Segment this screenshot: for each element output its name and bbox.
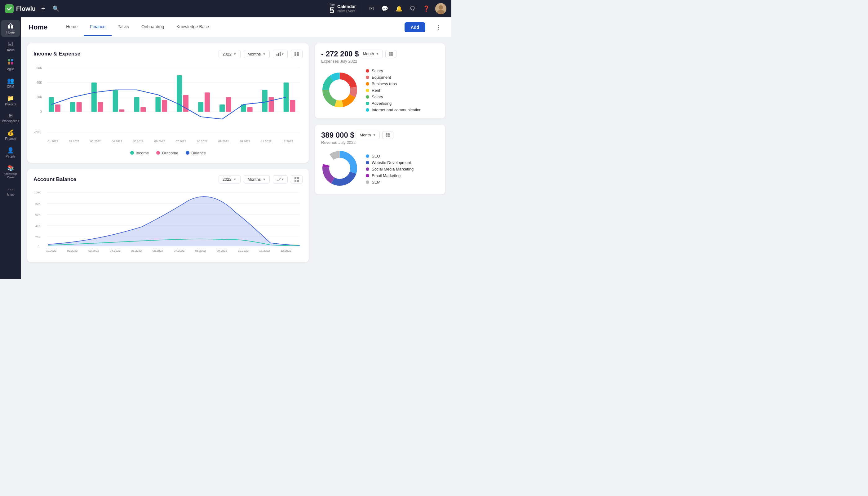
svg-text:01.2022: 01.2022 [46,249,57,252]
sidebar-item-more[interactable]: ⋯ More [1,183,20,199]
sidebar-item-finance[interactable]: 💰 Finance [1,127,20,143]
svg-text:03.2022: 03.2022 [88,249,99,252]
knowledge-icon: 📚 [7,165,14,171]
revenue-period-dropdown[interactable]: Month ▼ [356,131,380,139]
expenses-grid-button[interactable] [385,50,397,58]
revenue-grid-button[interactable] [382,131,393,139]
calendar-subtitle: New Event [337,9,356,13]
grid-button[interactable] [291,50,303,58]
chat-button[interactable]: 💬 [379,3,390,14]
sidebar-item-workspaces[interactable]: ⊞ Workspaces [1,110,20,126]
sidebar-item-people[interactable]: 👤 People [1,144,20,161]
tab-finance[interactable]: Finance [84,18,112,36]
logo[interactable]: Flowlu [5,4,36,13]
projects-icon: 📁 [7,95,14,102]
expenses-header: - 272 200 $ Expenses July 2022 Month ▼ [321,50,439,64]
tab-knowledge[interactable]: Knowledge Base [170,18,215,36]
web-dev-dot [366,161,369,164]
sidebar-item-tasks[interactable]: ☑ Tasks [1,38,20,55]
sidebar-item-crm[interactable]: 👥 CRM [1,75,20,91]
expenses-period-dropdown[interactable]: Month ▼ [359,50,383,58]
tab-onboarding[interactable]: Onboarding [135,18,170,36]
content-area: Home Home Finance Tasks Onboarding Knowl… [21,17,451,279]
ab-chart-type-button[interactable]: ▼ [273,175,288,184]
account-balance-title: Account Balance [33,176,215,183]
income-expense-header: Income & Expense 2022 ▼ Months ▼ [33,50,303,58]
svg-rect-102 [386,133,388,135]
expenses-legend: Salary Equipment Business trips [366,68,421,112]
calendar-block[interactable]: Tue 5 Calendar New Event [329,2,361,15]
sidebar-item-projects[interactable]: 📁 Projects [1,92,20,109]
legend-balance-label: Balance [191,151,206,155]
svg-point-1 [439,5,443,10]
right-panels: - 272 200 $ Expenses July 2022 Month ▼ [315,43,445,273]
svg-text:40K: 40K [36,81,42,84]
search-button[interactable]: 🔍 [50,3,61,14]
revenue-info: 389 000 $ Revenue July 2022 [321,131,356,145]
revenue-amount: 389 000 $ [321,131,356,140]
svg-point-111 [330,159,349,177]
sidebar-home-label: Home [6,31,15,34]
legend-sem: SEM [366,180,414,184]
sidebar-knowledge-label: Knowledge Base [2,172,19,179]
legend-income-label: Income [136,151,149,155]
svg-text:0: 0 [40,110,42,113]
legend-income: Income [130,151,149,155]
svg-text:11.2022: 11.2022 [261,140,272,143]
svg-rect-10 [278,53,279,56]
svg-text:60K: 60K [36,66,42,70]
ab-chart-chevron: ▼ [281,177,284,181]
sidebar-more-label: More [7,193,14,197]
svg-rect-4 [11,26,13,29]
add-button[interactable]: Add [405,22,425,32]
period-dropdown[interactable]: Months ▼ [244,50,270,58]
income-expense-card: Income & Expense 2022 ▼ Months ▼ [27,43,309,163]
ab-period-dropdown[interactable]: Months ▼ [244,175,270,184]
svg-rect-48 [269,97,274,112]
svg-text:09.2022: 09.2022 [217,249,227,252]
tab-home[interactable]: Home [60,18,84,36]
sidebar-item-knowledge[interactable]: 📚 Knowledge Base [1,162,20,182]
mail-button[interactable]: ✉ [367,3,376,14]
more-options-button[interactable]: ⋮ [433,22,444,32]
account-balance-chart: 100K 80K 60K 40K 20K 0 [33,189,303,256]
svg-rect-39 [77,102,82,112]
revenue-chevron: ▼ [373,133,376,137]
legend-outcome: Outcome [156,151,178,155]
help-button[interactable]: ❓ [421,3,432,14]
year-dropdown[interactable]: 2022 ▼ [219,50,241,58]
web-dev-label: Website Development [372,160,411,165]
year-value: 2022 [222,52,232,57]
chart-type-button[interactable]: ▼ [273,50,288,58]
ab-grid-button[interactable] [291,175,303,184]
add-button[interactable]: + [40,3,47,14]
svg-text:12.2022: 12.2022 [281,249,291,252]
legend-advertising: Advertising [366,101,421,106]
bell-button[interactable]: 🔔 [394,3,404,14]
svg-text:03.2022: 03.2022 [90,140,101,143]
sidebar-item-home[interactable]: Home [1,20,20,37]
sidebar-item-agile[interactable]: Agile [1,56,20,74]
chart-chevron: ▼ [281,52,284,56]
tab-tasks[interactable]: Tasks [112,18,135,36]
revenue-donut [321,150,358,188]
revenue-legend: SEO Website Development Social Media Mar… [366,154,414,184]
logo-icon [5,4,14,13]
svg-rect-105 [388,136,390,137]
svg-rect-47 [247,107,253,112]
svg-text:20K: 20K [35,235,41,238]
comment-button[interactable]: 🗨 [408,4,417,14]
ab-year-dropdown[interactable]: 2022 ▼ [219,175,241,184]
avatar[interactable] [435,3,446,14]
svg-rect-13 [297,52,299,53]
svg-rect-91 [391,52,393,53]
seo-label: SEO [372,154,380,158]
expenses-controls: Month ▼ [359,50,397,58]
content-header: Home Home Finance Tasks Onboarding Knowl… [21,17,451,37]
svg-text:80K: 80K [35,202,41,205]
internet-dot [366,108,369,112]
svg-rect-65 [297,180,299,182]
svg-text:04.2022: 04.2022 [110,249,120,252]
svg-rect-103 [388,133,390,135]
svg-text:02.2022: 02.2022 [67,249,78,252]
